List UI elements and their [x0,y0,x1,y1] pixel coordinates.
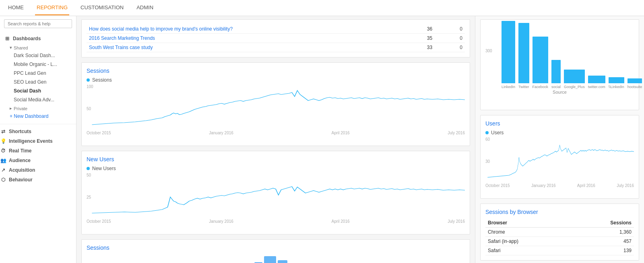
bar [627,78,642,83]
table-cell-col2: 0 [448,25,465,34]
table-cell-title[interactable]: How does social media help to improve my… [87,25,425,34]
users-legend-dot [485,131,489,134]
top-nav: HOME REPORTING CUSTOMISATION ADMIN [0,0,644,16]
bar-chart-wrapper: 300 LinkedInTwitterFacebooksocialGoogle_… [485,25,634,105]
behaviour-nav-item[interactable]: ⬡ Behaviour [0,175,76,185]
sidebar-item-social-dash[interactable]: Social Dash [4,86,72,95]
bar [609,77,624,83]
new-users-y-25: 25 [87,195,91,199]
audience-icon: 👥 [0,157,6,164]
browser-table-row: Safari139 [485,246,634,255]
acquisition-icon: ↗ [0,167,6,173]
browser-table-row: Chrome1,360 [485,228,634,237]
acquisition-nav-item[interactable]: ↗ Acquisition [0,165,76,175]
sidebar-item-dark-social[interactable]: Dark Social Dash... [4,51,72,60]
browser-name: Safari (in-app) [485,237,571,246]
bar-group: Google_Plus [564,70,585,89]
browser-name: Safari [485,246,571,255]
new-users-chart-title: New Users [87,156,465,162]
users-chart-container: 60 30 October 2015 January 2016 April 20… [485,137,634,193]
sessions-legend: Sessions [87,77,465,83]
new-dashboard-button[interactable]: + New Dashboard [4,112,72,121]
bar-group: twitter.com [588,76,605,89]
bar-y-300: 300 [485,49,492,53]
new-users-x-labels: October 2015 January 2016 April 2016 Jul… [87,219,465,224]
dashboards-header[interactable]: ⊞ Dashboards [4,34,72,43]
sidebar-item-social-media-adv[interactable]: Social Media Adv... [4,95,72,104]
table-cell-title[interactable]: South West Trains case study [87,43,425,52]
table-cell-col2: 0 [448,34,465,43]
users-y-60: 60 [485,137,490,142]
shared-group[interactable]: ▾ Shared [4,43,72,51]
bar-label: social [551,85,561,89]
bar [588,76,605,83]
sessions-y-100: 100 [87,84,93,89]
intelligence-events-nav-item[interactable]: 💡 Intelligence Events [0,136,76,146]
sessions-col-header: Sessions [571,218,634,228]
sessions-chart-title: Sessions [87,68,465,74]
table-row: South West Trains case study330 [87,43,465,52]
sessions-map-card: Sessions [81,239,470,263]
browser-col-header: Browser [485,218,571,228]
bar-label: hootsuite [627,85,642,89]
sessions-browser-card: Sessions by Browser Browser Sessions Chr… [480,203,639,261]
sessions-x-labels: October 2015 January 2016 April 2016 Jul… [87,131,465,135]
sidebar-item-seo-lead-gen[interactable]: SEO Lead Gen [4,78,72,86]
behaviour-icon: ⬡ [0,177,6,183]
browser-name: Chrome [485,228,571,237]
search-input[interactable] [4,19,72,28]
shortcuts-nav-item[interactable]: ⇄ Shortcuts [0,127,76,136]
browser-sessions: 139 [571,246,634,255]
sessions-chart-container: 100 50 October 2015 January 2016 April 2… [87,84,465,141]
sidebar-item-ppc-lead-gen[interactable]: PPC Lead Gen [4,69,72,78]
bar-group: Facebook [533,37,549,89]
sidebar: ⊞ Dashboards ▾ Shared Dark Social Dash..… [0,16,76,263]
browser-sessions: 457 [571,237,634,246]
sessions-map-title: Sessions [87,245,465,251]
bar-group: LinkedIn [502,21,515,89]
dashboards-section: ⊞ Dashboards ▾ Shared Dark Social Dash..… [0,31,76,121]
content-table-card: How does social media help to improve my… [81,19,470,58]
cloud-bar-3 [264,256,276,263]
content-table: How does social media help to improve my… [87,25,465,52]
new-users-chart-card: New Users New Users 50 25 October 2015 J… [81,151,470,234]
users-x-labels: October 2015 January 2016 April 2016 Jul… [485,183,634,188]
sessions-browser-title: Sessions by Browser [485,209,634,215]
sidebar-item-mobile-organic[interactable]: Mobile Organic - L... [4,60,72,69]
grid-icon: ⊞ [4,35,10,42]
audience-nav-item[interactable]: 👥 Audience [0,156,76,165]
table-row: 2016 Search Marketing Trends350 [87,34,465,43]
table-cell-col1: 36 [425,25,448,34]
bar-label: LinkedIn [502,85,515,89]
bar-chart-area: LinkedInTwitterFacebooksocialGoogle_Plus… [485,25,634,89]
bar [533,37,549,83]
users-chart-title: Users [485,120,634,127]
table-cell-title[interactable]: 2016 Search Marketing Trends [87,34,425,43]
users-legend: Users [485,130,634,136]
table-cell-col1: 33 [425,43,448,52]
bar-label: Twitter [518,85,529,89]
nav-home[interactable]: HOME [6,0,25,15]
bar [551,60,561,83]
nav-admin[interactable]: ADMIN [135,0,155,15]
bar-group: \\LinkedIn [609,77,624,89]
new-users-chart-container: 50 25 October 2015 January 2016 April 20… [87,173,465,229]
users-y-30: 30 [485,159,490,164]
arrow-icon: ⇄ [0,128,6,135]
users-chart-card: Users Users 60 30 October 2015 January 2… [480,115,639,199]
sessions-y-50: 50 [87,107,91,111]
right-panel: 300 LinkedInTwitterFacebooksocialGoogle_… [475,16,644,263]
nav-reporting[interactable]: REPORTING [35,0,69,15]
browser-table-row: Safari (in-app)457 [485,237,634,246]
clock-icon: ⏱ [0,148,6,154]
nav-customisation[interactable]: CUSTOMISATION [79,0,125,15]
sessions-legend-dot [87,78,90,82]
triangle-down-icon: ▾ [10,45,12,50]
triangle-right-icon: ▸ [10,106,12,111]
real-time-nav-item[interactable]: ⏱ Real Time [0,146,76,156]
private-group[interactable]: ▸ Private [4,104,72,112]
users-line-svg [485,137,634,181]
new-users-y-50: 50 [87,173,91,177]
sessions-map-placeholder [87,254,465,263]
bar-group: Twitter [518,23,529,89]
